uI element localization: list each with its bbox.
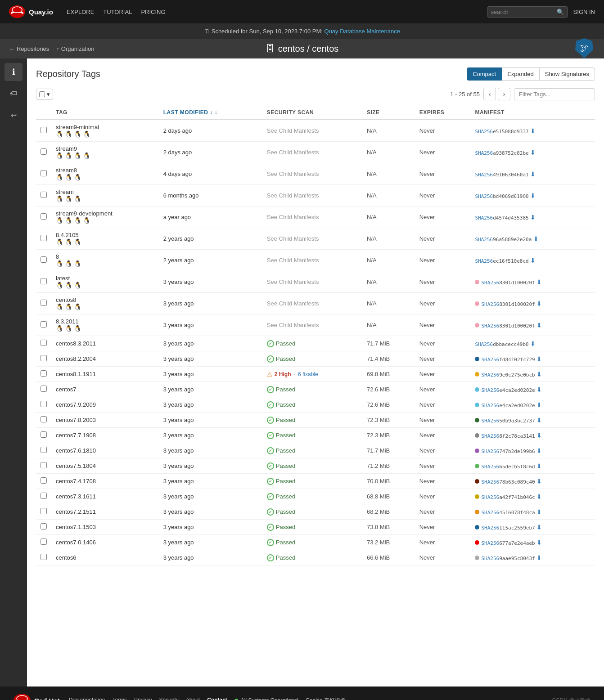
- manifest-color-dot: [475, 556, 479, 560]
- manifest-prefix: SHA256: [481, 418, 499, 424]
- row-checkbox[interactable]: [41, 355, 47, 361]
- download-icon[interactable]: ⬇: [536, 371, 542, 378]
- signin-button[interactable]: SIGN IN: [573, 9, 595, 15]
- nav-pricing[interactable]: PRICING: [141, 9, 165, 15]
- footer-cookie[interactable]: Cookie 喜好设置: [306, 697, 346, 700]
- row-checkbox[interactable]: [41, 508, 47, 514]
- table-row: stream 🐧🐧🐧6 months agoSee Child Manifest…: [36, 185, 595, 206]
- footer-documentation[interactable]: Documentation: [69, 697, 105, 700]
- nav-explore[interactable]: EXPLORE: [67, 9, 94, 15]
- sidebar-history[interactable]: ↩: [5, 106, 23, 124]
- passed-label: Passed: [276, 539, 295, 546]
- download-icon[interactable]: ⬇: [530, 149, 536, 156]
- row-checkbox[interactable]: [41, 213, 47, 220]
- download-icon[interactable]: ⬇: [530, 257, 536, 264]
- download-icon[interactable]: ⬇: [536, 417, 542, 424]
- download-icon[interactable]: ⬇: [536, 478, 542, 485]
- table-row: centos8 🐧🐧🐧3 years agoSee Child Manifest…: [36, 293, 595, 314]
- row-checkbox[interactable]: [41, 170, 47, 176]
- table-row: centos7.0.1406 3 years ago✔Passed73.2 Mi…: [36, 535, 595, 550]
- row-checkbox[interactable]: [41, 340, 47, 346]
- download-icon[interactable]: ⬇: [536, 278, 542, 286]
- breadcrumb-repositories[interactable]: ← Repositories: [9, 45, 49, 52]
- show-signatures-button[interactable]: Show Signatures: [540, 67, 595, 81]
- row-checkbox[interactable]: [41, 127, 47, 133]
- next-page-button[interactable]: ›: [498, 88, 510, 100]
- scan-child-manifests: See Child Manifests: [267, 214, 319, 220]
- row-checkbox[interactable]: [41, 256, 47, 263]
- footer-privacy[interactable]: Privacy: [134, 697, 152, 700]
- row-checkbox[interactable]: [41, 477, 47, 484]
- download-icon[interactable]: ⬇: [536, 524, 542, 531]
- arch-icon: 🐧: [56, 325, 63, 332]
- download-icon[interactable]: ⬇: [536, 447, 542, 454]
- footer-security[interactable]: Security: [159, 697, 178, 700]
- expanded-button[interactable]: Expanded: [502, 67, 540, 81]
- nav-tutorial[interactable]: TUTORIAL: [103, 9, 132, 15]
- row-checkbox[interactable]: [41, 554, 47, 560]
- sidebar-tags[interactable]: 🏷: [5, 85, 23, 103]
- row-checkbox[interactable]: [41, 192, 47, 198]
- footer-terms[interactable]: Terms: [112, 697, 127, 700]
- select-all-dropdown[interactable]: ▾: [36, 89, 53, 100]
- download-icon[interactable]: ⬇: [536, 539, 542, 546]
- sidebar-info[interactable]: ℹ: [5, 63, 23, 81]
- expires-cell: Never: [415, 293, 471, 314]
- row-checkbox[interactable]: [41, 278, 47, 284]
- col-last-modified[interactable]: LAST MODIFIED ↓: [159, 106, 262, 120]
- passed-badge: ✔Passed: [267, 478, 358, 485]
- download-icon[interactable]: ⬇: [530, 214, 536, 221]
- row-checkbox[interactable]: [41, 431, 47, 438]
- tag-name: stream9-minimal: [56, 124, 99, 130]
- row-checkbox[interactable]: [41, 401, 47, 407]
- manifest-prefix: SHA256: [481, 556, 499, 561]
- row-checkbox[interactable]: [41, 538, 47, 545]
- dropdown-arrow-icon[interactable]: ▾: [47, 91, 50, 98]
- footer-about[interactable]: About: [186, 697, 200, 700]
- row-checkbox[interactable]: [41, 235, 47, 241]
- banner-link[interactable]: Quay Database Maintenance: [325, 28, 400, 35]
- download-icon[interactable]: ⬇: [530, 171, 536, 178]
- expires-cell: Never: [415, 206, 471, 228]
- download-icon[interactable]: ⬇: [536, 355, 542, 363]
- download-icon[interactable]: ⬇: [536, 300, 542, 307]
- download-icon[interactable]: ⬇: [530, 127, 536, 135]
- download-icon[interactable]: ⬇: [536, 432, 542, 439]
- prev-page-button[interactable]: ‹: [483, 88, 496, 100]
- row-checkbox[interactable]: [41, 462, 47, 468]
- expires-cell: Never: [415, 458, 471, 474]
- manifest-prefix: SHA256: [475, 215, 493, 221]
- manifest-prefix: SHA256: [475, 150, 493, 156]
- footer-status-text: All Systems Operational: [241, 697, 298, 700]
- tag-name: centos7.9.2009: [56, 401, 96, 408]
- tag-name: centos7.8.2003: [56, 417, 96, 423]
- row-checkbox[interactable]: [41, 300, 47, 306]
- compact-button[interactable]: Compact: [467, 67, 502, 81]
- row-checkbox[interactable]: [41, 321, 47, 328]
- download-icon[interactable]: ⬇: [536, 493, 542, 500]
- download-icon[interactable]: ⬇: [530, 340, 536, 347]
- scan-child-manifests: See Child Manifests: [267, 127, 319, 134]
- breadcrumb-organization[interactable]: ↑ Organization: [56, 45, 94, 52]
- download-icon[interactable]: ⬇: [536, 462, 542, 470]
- select-all-checkbox[interactable]: [39, 91, 45, 97]
- download-icon[interactable]: ⬇: [536, 401, 542, 408]
- row-checkbox[interactable]: [41, 416, 47, 422]
- size-cell: 73.8 MiB: [362, 520, 415, 535]
- download-icon[interactable]: ⬇: [536, 322, 542, 329]
- row-checkbox[interactable]: [41, 370, 47, 377]
- row-checkbox[interactable]: [41, 386, 47, 392]
- row-checkbox[interactable]: [41, 148, 47, 155]
- footer-contact[interactable]: Contact: [207, 697, 227, 700]
- row-checkbox[interactable]: [41, 447, 47, 453]
- download-icon[interactable]: ⬇: [533, 235, 539, 242]
- passed-circle-icon: ✔: [267, 524, 274, 531]
- download-icon[interactable]: ⬇: [536, 386, 542, 393]
- download-icon[interactable]: ⬇: [536, 508, 542, 516]
- row-checkbox[interactable]: [41, 523, 47, 529]
- download-icon[interactable]: ⬇: [536, 554, 542, 561]
- row-checkbox[interactable]: [41, 493, 47, 499]
- download-icon[interactable]: ⬇: [530, 192, 536, 199]
- search-input[interactable]: [491, 9, 554, 15]
- filter-tags-input[interactable]: [514, 88, 595, 100]
